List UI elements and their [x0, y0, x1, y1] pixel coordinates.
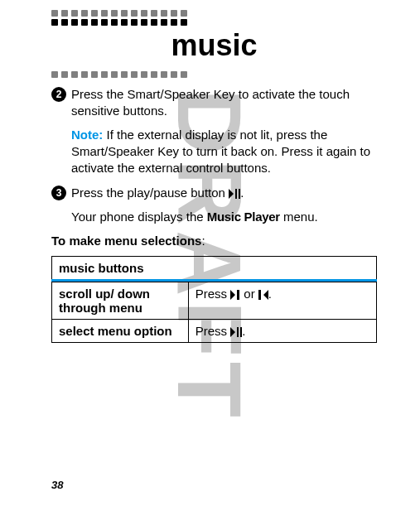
step-number: 3 [51, 185, 71, 200]
dot [81, 71, 88, 78]
table-header-row: music buttons [52, 256, 377, 280]
dot [71, 71, 78, 78]
note-body: If the external display is not lit, pres… [71, 128, 370, 176]
lead-after: : [201, 234, 205, 248]
step-text-after: . [240, 186, 244, 200]
step: 3 Press the play/pause button . Your pho… [51, 185, 377, 225]
dots-row [51, 19, 377, 26]
dot [161, 19, 167, 26]
dot [71, 19, 78, 26]
dot [51, 71, 58, 78]
lead-text: To make menu selections: [51, 234, 377, 248]
dot [141, 10, 147, 17]
dot [101, 19, 108, 26]
dot [121, 71, 128, 78]
dot [91, 19, 98, 26]
music-player-label: Music Player [207, 210, 280, 224]
step-body: Press the play/pause button . Your phone… [71, 185, 377, 225]
circled-number-2: 2 [51, 87, 66, 102]
step-number: 2 [51, 86, 71, 102]
dot [131, 10, 138, 17]
step-text: Press the Smart/Speaker Key to activate … [71, 87, 350, 118]
play-pause-icon [230, 327, 242, 337]
circled-number-3: 3 [51, 186, 66, 200]
dot [171, 19, 177, 26]
action-before: Press [196, 287, 231, 301]
dot [111, 71, 118, 78]
table-row: select menu option Press . [52, 319, 377, 342]
dot [121, 10, 128, 17]
dot [121, 19, 128, 26]
lead-bold: To make menu selections [51, 234, 201, 248]
content-area: music 2 Press the Smart/Speaker Key to a… [0, 0, 420, 343]
follow-text-before: Your phone displays the [71, 210, 207, 224]
dots-row [51, 10, 377, 17]
dot [91, 10, 98, 17]
music-buttons-table: music buttons scroll up/ down through me… [51, 256, 377, 343]
page-title: music [51, 28, 377, 63]
dot [181, 10, 187, 17]
dot [51, 10, 58, 17]
dot [141, 71, 147, 78]
dot [181, 19, 187, 26]
dot [171, 71, 177, 78]
dot [101, 10, 108, 17]
dot [91, 71, 98, 78]
dot [111, 10, 118, 17]
dot [161, 10, 167, 17]
note-label: Note: [71, 128, 103, 142]
dot [151, 19, 157, 26]
header-dots [51, 10, 377, 26]
dot [111, 19, 118, 26]
dot [151, 71, 157, 78]
follow-text-after: menu. [280, 210, 318, 224]
dot [171, 10, 177, 17]
action-after: . [242, 324, 245, 338]
step: 2 Press the Smart/Speaker Key to activat… [51, 86, 377, 176]
play-pause-icon [229, 189, 240, 199]
row-action: Press . [188, 319, 376, 342]
dots-row [51, 71, 377, 78]
dot [131, 19, 138, 26]
dot [181, 71, 187, 78]
action-mid: or [240, 287, 258, 301]
action-after: . [268, 287, 272, 301]
row-label: scroll up/ down through menu [52, 282, 189, 319]
row-action: Press or . [188, 282, 376, 319]
step-body: Press the Smart/Speaker Key to activate … [71, 86, 377, 176]
page: DRAFT music 2 Press the Smart/Speaker Ke… [0, 0, 420, 511]
dot [71, 10, 78, 17]
dot [151, 10, 157, 17]
dot [51, 19, 58, 26]
step-text: Press the play/pause button [71, 186, 229, 200]
dot [131, 71, 138, 78]
dot [141, 19, 147, 26]
dot [61, 71, 68, 78]
dot [101, 71, 108, 78]
dot [81, 10, 88, 17]
table-header: music buttons [52, 256, 377, 280]
row-label: select menu option [52, 319, 189, 342]
dot [161, 71, 167, 78]
action-before: Press [196, 324, 231, 338]
dot [81, 19, 88, 26]
dot [61, 10, 68, 17]
prev-track-icon [258, 290, 268, 300]
page-number: 38 [51, 479, 63, 491]
header-dots-below [51, 71, 377, 78]
next-track-icon [230, 290, 240, 300]
dot [61, 19, 68, 26]
table-row: scroll up/ down through menu Press or . [52, 282, 377, 319]
